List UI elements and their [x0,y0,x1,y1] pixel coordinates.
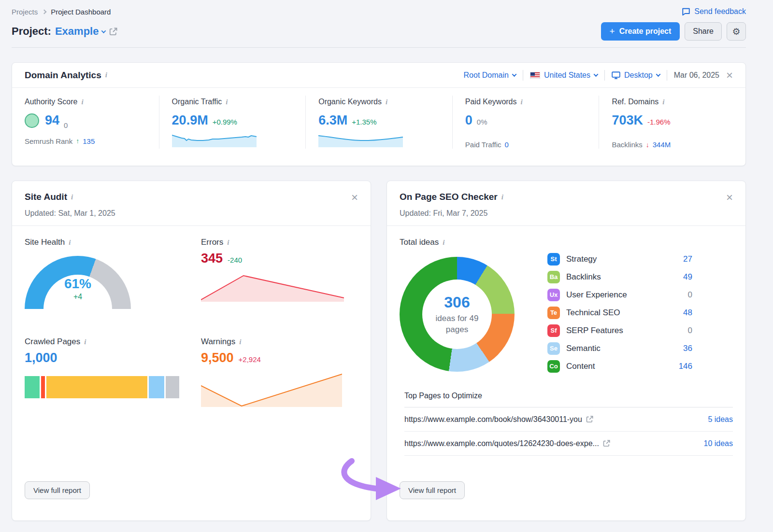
info-icon[interactable]: i [81,98,83,106]
category-count[interactable]: 36 [683,344,692,353]
external-link-icon[interactable] [586,416,593,423]
errors-trend-chart [201,273,344,304]
legend-item-semantic[interactable]: SeSemantic36 [547,339,692,357]
info-icon[interactable]: i [501,193,503,201]
organic-keywords-sparkline [318,133,403,147]
paid-keywords-metric: Paid Keywordsi 0 0% Paid Traffic0 [452,96,599,149]
device-dropdown[interactable]: Desktop [612,71,660,80]
organic-traffic-value[interactable]: 20.9M [172,113,208,128]
legend-item-serp-features[interactable]: SfSERP Features0 [547,322,692,339]
page-url-link[interactable]: https://www.example.com/book/show/364300… [404,415,582,424]
category-label: Backlinks [566,272,601,282]
top-page-row: https://www.example.com/quotes/12624230-… [404,432,733,456]
create-project-button[interactable]: +Create project [601,22,680,41]
category-badge-icon: Te [547,307,560,319]
chevron-down-icon [594,72,599,77]
category-badge-icon: Sf [547,324,560,337]
country-dropdown[interactable]: United States [530,71,598,80]
info-icon[interactable]: i [105,71,107,79]
seo-checker-card: On Page SEO Checkeri × Updated: Fri, Mar… [386,181,746,521]
project-selector[interactable]: Example [55,25,106,38]
authority-score-metric: Authority Scorei 94 0 Semrush Rank↑135 [12,96,159,149]
backlinks-link[interactable]: 344M [653,140,671,149]
category-label: Semantic [566,344,601,353]
category-count: 0 [688,326,692,336]
seo-checker-view-full-report-button[interactable]: View full report [400,481,465,499]
bar-segment-redirects[interactable] [149,376,164,398]
category-badge-icon: Ux [547,289,560,301]
ref-domains-value[interactable]: 703K [612,113,643,128]
page-header: Projects Project Dashboard Send feedback… [12,0,746,48]
breadcrumb-chevron-icon [42,9,47,14]
legend-item-strategy[interactable]: StStrategy27 [547,250,692,268]
crawled-pages-value[interactable]: 1,000 [25,350,57,365]
info-icon[interactable]: i [84,338,86,346]
info-icon[interactable]: i [71,193,73,201]
semrush-rank-link[interactable]: 135 [83,137,95,145]
seo-checker-updated: Updated: Fri, Mar 7, 2025 [400,209,733,218]
legend-item-content[interactable]: CoContent146 [547,357,692,375]
bar-segment-healthy[interactable] [25,376,40,398]
feedback-bubble-icon [682,7,690,16]
total-ideas-donut[interactable]: 306 ideas for 49 pages [400,257,515,372]
warnings-trend-chart [201,372,342,407]
close-icon[interactable]: × [726,192,733,203]
category-badge-icon: Co [547,360,560,373]
root-domain-dropdown[interactable]: Root Domain [464,71,516,80]
site-health-section: Site Healthi 61% +4 [25,238,182,310]
ref-domains-metric: Ref. Domainsi 703K -1.96% Backlinks↓344M [599,96,745,149]
organic-traffic-metric: Organic Traffici 20.9M +0.99% [159,96,306,149]
organic-keywords-value[interactable]: 6.3M [318,113,347,128]
top-pages-list: https://www.example.com/book/show/364300… [404,407,733,456]
legend-item-backlinks[interactable]: BaBacklinks49 [547,268,692,286]
close-icon[interactable]: × [726,70,733,81]
info-icon[interactable]: i [227,238,229,247]
info-icon[interactable]: i [386,98,387,106]
breadcrumb-projects[interactable]: Projects [12,8,38,16]
total-ideas-caption: ideas for 49 pages [428,313,486,336]
info-icon[interactable]: i [239,338,241,346]
warnings-value[interactable]: 9,500 [201,350,234,365]
category-count[interactable]: 146 [679,362,692,371]
bar-segment-blocked[interactable] [166,376,179,398]
organic-traffic-sparkline [172,133,257,147]
external-link-icon[interactable] [109,28,117,36]
paid-keywords-value: 0 [465,113,472,128]
settings-button[interactable]: ⚙ [727,22,746,41]
chevron-down-icon [512,72,516,77]
category-count[interactable]: 27 [683,254,692,264]
category-count[interactable]: 48 [683,308,692,318]
info-icon[interactable]: i [662,98,664,106]
category-label: Content [566,362,595,371]
share-button[interactable]: Share [685,22,722,41]
breadcrumb-current: Project Dashboard [51,8,111,16]
total-ideas-value: 306 [444,294,470,311]
date-display: Mar 06, 2025 [674,71,719,80]
category-count[interactable]: 49 [683,272,692,282]
domain-analytics-title: Domain Analyticsi [25,70,107,81]
authority-delta: 0 [64,121,68,129]
breadcrumb: Projects Project Dashboard [12,8,111,16]
site-health-value: 61% [25,276,131,292]
info-icon[interactable]: i [521,98,523,106]
info-icon[interactable]: i [69,238,71,247]
external-link-icon[interactable] [603,440,610,447]
close-icon[interactable]: × [351,192,358,203]
send-feedback-link[interactable]: Send feedback [682,7,746,16]
desktop-icon [612,71,620,79]
ideas-link[interactable]: 10 ideas [704,439,733,448]
bar-segment-have-issues[interactable] [46,376,147,398]
site-audit-view-full-report-button[interactable]: View full report [25,481,90,499]
errors-value[interactable]: 345 [201,251,223,266]
category-badge-icon: St [547,253,560,266]
ideas-link[interactable]: 5 ideas [708,415,733,424]
info-icon[interactable]: i [443,238,444,247]
chevron-down-icon [101,28,106,33]
info-icon[interactable]: i [226,98,228,106]
legend-item-user-experience[interactable]: UxUser Experience0 [547,286,692,304]
chevron-down-icon [656,72,660,77]
paid-traffic-link[interactable]: 0 [505,140,509,149]
legend-item-technical-seo[interactable]: TeTechnical SEO48 [547,304,692,322]
bar-segment-broken[interactable] [41,376,45,398]
page-url-link[interactable]: https://www.example.com/quotes/12624230-… [404,439,599,448]
